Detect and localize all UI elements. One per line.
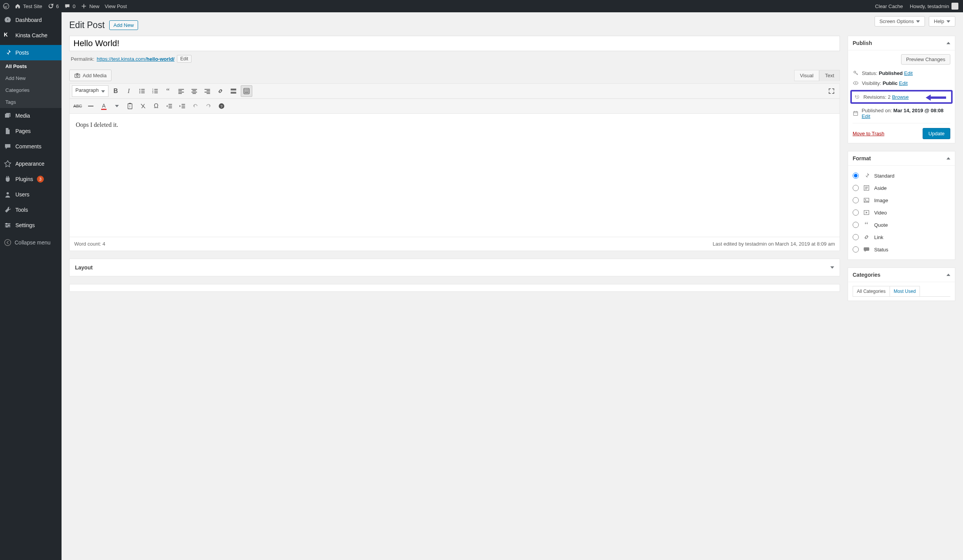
submenu-add-new[interactable]: Add New bbox=[0, 72, 62, 84]
sidebar-item-appearance[interactable]: Appearance bbox=[0, 156, 62, 171]
format-option-link[interactable]: Link bbox=[853, 231, 950, 243]
clear-cache-link[interactable]: Clear Cache bbox=[875, 3, 903, 9]
format-option-video[interactable]: Video bbox=[853, 206, 950, 219]
number-list-button[interactable]: 123 bbox=[149, 85, 161, 97]
published-edit-link[interactable]: Edit bbox=[861, 113, 870, 119]
layout-metabox[interactable]: Layout bbox=[69, 259, 840, 276]
format-radio[interactable] bbox=[853, 234, 859, 240]
format-option-quote[interactable]: “Quote bbox=[853, 219, 950, 231]
sidebar-item-dashboard[interactable]: Dashboard bbox=[0, 12, 62, 28]
add-new-button[interactable]: Add New bbox=[109, 20, 138, 30]
readmore-button[interactable] bbox=[228, 85, 239, 97]
screen-options-button[interactable]: Screen Options bbox=[875, 16, 925, 27]
bold-button[interactable]: B bbox=[110, 85, 122, 97]
format-radio[interactable] bbox=[853, 197, 859, 203]
sidebar-item-plugins[interactable]: Plugins 3 bbox=[0, 171, 62, 187]
submenu-categories[interactable]: Categories bbox=[0, 84, 62, 96]
svg-rect-46 bbox=[88, 106, 93, 106]
help-button[interactable]: Help bbox=[929, 16, 955, 27]
visibility-edit-link[interactable]: Edit bbox=[899, 80, 908, 86]
format-radio[interactable] bbox=[853, 209, 859, 216]
format-heading[interactable]: Format bbox=[848, 151, 955, 166]
special-char-button[interactable]: Ω bbox=[150, 100, 162, 112]
cat-tab-most-used[interactable]: Most Used bbox=[890, 286, 920, 296]
fullscreen-button[interactable] bbox=[826, 85, 837, 97]
my-account-link[interactable]: Howdy, testadmin bbox=[910, 3, 958, 10]
svg-rect-31 bbox=[205, 89, 210, 90]
format-radio[interactable] bbox=[853, 185, 859, 191]
svg-rect-37 bbox=[231, 92, 236, 94]
clear-formatting-button[interactable] bbox=[137, 100, 149, 112]
align-left-button[interactable] bbox=[175, 85, 187, 97]
align-right-button[interactable] bbox=[202, 85, 213, 97]
site-name-link[interactable]: Test Site bbox=[15, 3, 42, 9]
format-dropdown-label: Paragraph bbox=[75, 87, 99, 93]
submenu-all-posts[interactable]: All Posts bbox=[0, 60, 62, 72]
svg-rect-53 bbox=[168, 108, 172, 108]
textcolor-dropdown[interactable] bbox=[111, 100, 123, 112]
camera-icon bbox=[74, 72, 80, 78]
preview-changes-button[interactable]: Preview Changes bbox=[901, 54, 950, 65]
sidebar-item-settings[interactable]: Settings bbox=[0, 218, 62, 233]
sidebar-item-tools[interactable]: Tools bbox=[0, 202, 62, 218]
format-option-image[interactable]: Image bbox=[853, 194, 950, 206]
cat-tab-all[interactable]: All Categories bbox=[853, 286, 890, 296]
sidebar-item-comments[interactable]: Comments bbox=[0, 139, 62, 154]
new-content-link[interactable]: New bbox=[81, 3, 99, 9]
format-radio[interactable] bbox=[853, 246, 859, 253]
view-post-link[interactable]: View Post bbox=[105, 3, 127, 9]
sidebar-item-label: Users bbox=[15, 191, 30, 198]
comments-link[interactable]: 0 bbox=[64, 3, 75, 9]
hr-button[interactable] bbox=[85, 100, 97, 112]
format-radio[interactable] bbox=[853, 222, 859, 228]
permalink-link[interactable]: https://test.kinsta.com/hello-world/ bbox=[97, 56, 174, 62]
sidebar-item-kinsta[interactable]: K Kinsta Cache bbox=[0, 28, 62, 43]
update-button[interactable]: Update bbox=[923, 128, 950, 139]
chevron-down-icon bbox=[830, 266, 834, 269]
format-option-status[interactable]: Status bbox=[853, 243, 950, 256]
move-to-trash-link[interactable]: Move to Trash bbox=[853, 131, 884, 136]
format-option-aside[interactable]: Aside bbox=[853, 182, 950, 194]
toolbar-toggle-button[interactable] bbox=[241, 85, 252, 97]
link-button[interactable] bbox=[215, 85, 226, 97]
status-edit-link[interactable]: Edit bbox=[904, 70, 913, 76]
sidebar-item-media[interactable]: Media bbox=[0, 108, 62, 123]
paste-text-button[interactable]: T bbox=[124, 100, 136, 112]
editor-content[interactable]: Oops I deleted it. bbox=[70, 114, 840, 237]
wp-logo[interactable] bbox=[3, 3, 9, 9]
categories-heading[interactable]: Categories bbox=[848, 268, 955, 282]
help-shortcut-button[interactable]: ? bbox=[216, 100, 227, 112]
permalink-edit-button[interactable]: Edit bbox=[177, 55, 192, 63]
format-radio[interactable] bbox=[853, 173, 859, 179]
redo-button[interactable] bbox=[203, 100, 214, 112]
pin-icon bbox=[863, 172, 870, 179]
submenu-tags[interactable]: Tags bbox=[0, 96, 62, 108]
updates-link[interactable]: 6 bbox=[48, 3, 59, 9]
comment-icon bbox=[64, 3, 70, 9]
add-media-button[interactable]: Add Media bbox=[69, 70, 112, 81]
svg-rect-27 bbox=[192, 89, 197, 90]
post-title-input[interactable] bbox=[69, 36, 840, 51]
publish-heading[interactable]: Publish bbox=[848, 36, 955, 50]
revisions-browse-link[interactable]: Browse bbox=[892, 94, 908, 100]
editor-tab-visual[interactable]: Visual bbox=[794, 70, 819, 81]
sidebar-item-posts[interactable]: Posts bbox=[0, 45, 62, 60]
editor-tab-text[interactable]: Text bbox=[819, 70, 840, 81]
blockquote-button[interactable]: “ bbox=[162, 85, 174, 97]
format-dropdown[interactable]: Paragraph bbox=[72, 85, 108, 97]
bullet-list-button[interactable] bbox=[136, 85, 148, 97]
format-title: Format bbox=[853, 155, 871, 161]
sidebar-item-pages[interactable]: Pages bbox=[0, 123, 62, 139]
publish-metabox: Publish Preview Changes Status: Publishe… bbox=[848, 36, 955, 143]
sidebar-item-label: Kinsta Cache bbox=[15, 32, 47, 38]
undo-button[interactable] bbox=[190, 100, 201, 112]
textcolor-button[interactable]: A bbox=[98, 100, 110, 112]
outdent-button[interactable] bbox=[163, 100, 175, 112]
sidebar-item-users[interactable]: Users bbox=[0, 187, 62, 202]
collapse-menu[interactable]: Collapse menu bbox=[0, 235, 62, 250]
strikethrough-button[interactable]: ABC bbox=[72, 100, 83, 112]
italic-button[interactable]: I bbox=[123, 85, 135, 97]
align-center-button[interactable] bbox=[188, 85, 200, 97]
indent-button[interactable] bbox=[177, 100, 188, 112]
format-option-standard[interactable]: Standard bbox=[853, 169, 950, 182]
